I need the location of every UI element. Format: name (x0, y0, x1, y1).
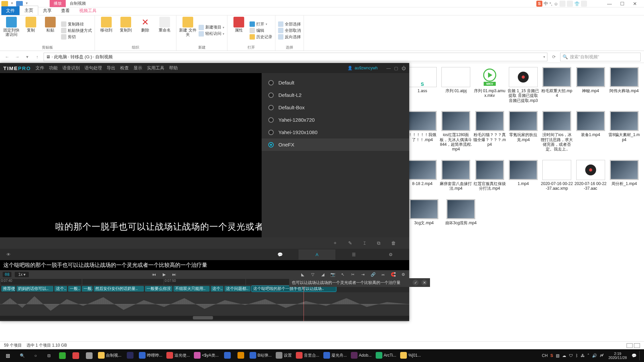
speed-selector[interactable]: 1x ▾ (15, 272, 29, 277)
editor-menu-item[interactable]: 导出 (107, 65, 115, 71)
file-item[interactable]: ios红莲1280面板，无冰人偶满斗844，超简单流程.mp4 (439, 111, 472, 152)
file-item[interactable]: 2020-07-16 00-22-37.aac (574, 160, 607, 191)
subtitle-clip[interactable]: 不组双火只能用.. (173, 286, 210, 292)
file-item[interactable]: 红莲官服真红保级分打法.mp4 (473, 160, 506, 191)
notifications-button[interactable]: 💬 (632, 353, 637, 358)
confirm-button[interactable]: ✓ (413, 280, 419, 286)
tab-list[interactable]: ☰ (335, 249, 372, 260)
taskbar-app[interactable] (234, 349, 248, 362)
qat-dropdown[interactable]: ▾ (9, 1, 15, 6)
new-item-button[interactable]: 新建项目▾ (199, 24, 224, 30)
split-tool[interactable]: ⇥ (360, 272, 366, 277)
copy-to-button[interactable]: 复制到 (117, 17, 135, 44)
tray-cloud-icon[interactable]: ☁ (562, 353, 566, 358)
taskbar-app[interactable]: 哗哩哗... (137, 349, 164, 362)
style-option[interactable]: Yahei-1280x720 (262, 114, 409, 126)
tray-vol-icon[interactable]: 🔊 (592, 353, 597, 358)
edit-button[interactable]: 编辑 (250, 28, 272, 34)
clock[interactable]: 2:19 2020/11/28 (606, 352, 629, 360)
path-input[interactable]: 🖥› 此电脑› 转移盘 (G:)› 自制视频 ▾ (44, 53, 547, 61)
file-item[interactable]: 崩坏3cg混剪.mp4 (443, 199, 479, 225)
file-item[interactable]: 零氪玩家的狄拉克.mp4 (507, 111, 540, 152)
ime-punct-icon[interactable]: °, (549, 1, 552, 6)
taskbar-app[interactable]: 凝光舟... (321, 349, 349, 362)
file-item[interactable]: 阿伟火葬场.mp4 (608, 67, 641, 103)
file-item[interactable]: ！！！！！我饿了！！.mp4 (406, 111, 439, 152)
edit-style-button[interactable]: ✎ (348, 240, 352, 246)
waveform[interactable] (0, 292, 409, 316)
tab-comment[interactable]: 💬 (262, 249, 299, 260)
rename-button[interactable]: 重命名 (156, 17, 173, 44)
tab-share[interactable]: 共享 (38, 6, 56, 15)
refresh-button[interactable]: ⟳ (550, 54, 557, 59)
ime-person-icon[interactable]: 👕 (574, 1, 580, 6)
merge-tool[interactable]: ⫘ (380, 272, 386, 277)
taskbar-app[interactable]: 追光使... (164, 349, 192, 362)
select-all-button[interactable]: 全部选择 (278, 21, 301, 27)
magnet-tool[interactable]: 🧲 (390, 272, 396, 277)
editor-menu-item[interactable]: 实用工具 (147, 65, 164, 71)
video-preview[interactable]: 啦的那个一脱手也可以让战场让战场的一个灵光或者一个比较高的一个治疗 Defaul… (0, 73, 409, 237)
marker-in-icon[interactable]: ◣ (299, 272, 306, 277)
pin-to-quick-access[interactable]: 固定到快 速访问 (3, 17, 20, 44)
cursor-tool[interactable]: ↖ (339, 272, 346, 277)
sogou-icon[interactable]: S (536, 1, 542, 7)
style-option[interactable]: OneFX (262, 138, 409, 151)
tray-shield-icon[interactable]: 🛡 (569, 353, 573, 358)
taskbar-app[interactable]: <$yA类... (192, 349, 221, 362)
delete-style-button[interactable]: 🗑 (391, 240, 396, 246)
subtitle-clip[interactable]: 这个.. (54, 286, 67, 292)
delete-button[interactable]: ✕删除 (137, 17, 154, 44)
taskbar-app[interactable]: B站弹... (248, 349, 274, 362)
file-item[interactable]: 音频 1_15 音频已提取 音频已提取 音频已提取.mp3 (507, 67, 540, 103)
editor-close[interactable]: ⏻ (401, 66, 406, 71)
subtitle-clip[interactable]: 然后女仆女仆的话奶量.. (94, 286, 144, 292)
visibility-toggle[interactable]: 👁 (0, 252, 17, 257)
file-item[interactable]: 序列 01.atpj (439, 67, 472, 103)
link-tool[interactable]: 🔗 (370, 272, 376, 277)
style-option[interactable]: Default-L2 (262, 89, 409, 101)
editor-minimize[interactable]: — (386, 66, 391, 71)
subtitle-clip[interactable]: 一般要么你没 (145, 286, 172, 292)
tray-net-icon[interactable]: 🖧 (581, 353, 585, 358)
file-item[interactable]: 粉毛双重大招.mp4 (540, 67, 573, 103)
taskbar-app[interactable] (221, 349, 234, 362)
editor-menu-item[interactable]: 显示 (133, 65, 142, 71)
file-item[interactable]: 粉毛闪猫？？？真猫全爆？？？？.mp4 (473, 111, 506, 152)
copy-path-button[interactable]: 复制路径 (61, 21, 92, 27)
properties-button[interactable]: 属性 (230, 17, 248, 44)
taskbar-app[interactable]: 设置 (274, 349, 294, 362)
gear-icon[interactable]: ⚙ (400, 272, 407, 277)
context-tab-play[interactable]: 播放 (50, 0, 66, 7)
taskbar-app[interactable]: ArcTi... (374, 349, 398, 362)
file-item[interactable]: 周分析_1.mp4 (608, 160, 641, 191)
ime-face-icon[interactable]: ☺ (554, 1, 558, 6)
style-option[interactable]: Default-Box (262, 101, 409, 114)
view-icons-button[interactable] (634, 343, 640, 348)
subtitle-clip[interactable]: 推荐使 (1, 286, 15, 292)
subtitle-clip[interactable]: 一般. (82, 286, 93, 292)
pinned-app[interactable] (69, 349, 83, 362)
file-item[interactable]: S1.ass (406, 67, 439, 103)
editor-menu-item[interactable]: 检查 (120, 65, 129, 71)
timeline-scrollbar[interactable] (0, 316, 409, 320)
file-item[interactable]: 没时间了ios，冰狸打法思路，求大佬完善，或者否定。我去上.. (540, 111, 573, 152)
add-style-button[interactable]: ＋ (333, 240, 337, 246)
editor-menu-item[interactable]: 语音识别 (62, 65, 80, 71)
taskbar-app[interactable]: 音里合... (294, 349, 321, 362)
editor-menu-item[interactable]: 帮助 (169, 65, 178, 71)
tab-settings[interactable]: ⚙ (372, 249, 409, 260)
editor-menu-item[interactable]: 功能 (49, 65, 58, 71)
close-button[interactable]: ✕ (630, 1, 640, 6)
tray-icon[interactable]: ▧ (556, 353, 559, 358)
file-item[interactable]: 2020-07-16 00-22-37.aac.xmp (540, 160, 573, 191)
history-dropdown[interactable]: ▾ (23, 54, 31, 59)
ime-indicator[interactable]: CH (542, 353, 548, 358)
marker-out-icon[interactable]: ◢ (319, 272, 326, 277)
file-item[interactable]: 麻痹套雷八血缘打法.mp4 (439, 160, 472, 191)
tab-home[interactable]: 主页 (19, 6, 38, 15)
prev-button[interactable]: ⏮ (151, 272, 157, 277)
tab-video-tools[interactable]: 视频工具 (74, 6, 101, 15)
file-item[interactable]: 1.mp4 (507, 160, 540, 191)
tray-bt-icon[interactable]: ᛒ (576, 353, 578, 358)
